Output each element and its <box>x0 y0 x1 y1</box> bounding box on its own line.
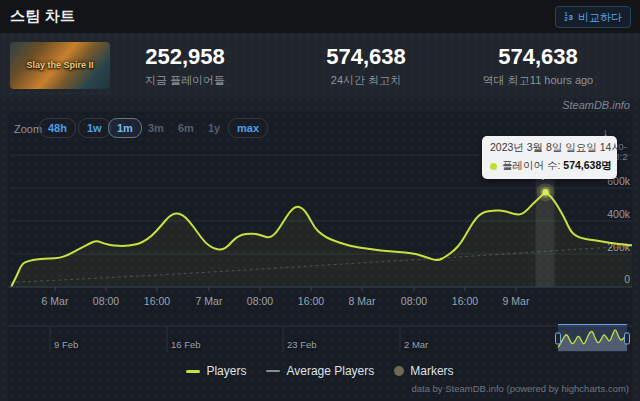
series-dot-icon <box>490 163 497 170</box>
tooltip-pointer <box>536 173 550 180</box>
player-count-chart[interactable] <box>0 0 640 401</box>
steamdb-charts-page: 스팀 차트 123 비교하다 Slay the Spire II 252,958… <box>0 0 640 401</box>
navigator-left-handle[interactable] <box>556 333 561 344</box>
hovered-point-marker[interactable] <box>542 189 548 195</box>
tooltip-series-label: 플레이어 수: <box>502 159 560 173</box>
tooltip-date: 2023년 3월 8일 일요일 14시 <box>490 141 609 155</box>
tooltip-value: 574,638명 <box>563 159 611 173</box>
navigator-right-handle[interactable] <box>625 333 630 344</box>
